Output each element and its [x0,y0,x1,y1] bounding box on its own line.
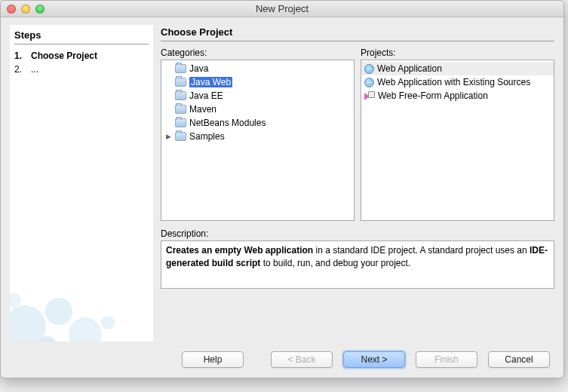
svg-point-5 [10,292,21,308]
folder-icon [175,64,186,73]
folder-icon [175,118,186,127]
panel-header: Choose Project [161,25,554,41]
titlebar: New Project [1,1,563,17]
categories-label: Categories: [161,47,355,58]
svg-point-1 [45,298,72,325]
globe-icon [364,64,374,74]
categories-column: Categories: Java Java Web [161,47,355,221]
button-bar: Help < Back Next > Finish Cancel [1,341,563,378]
dialog-body: Steps 1. Choose Project 2. ... [1,17,563,378]
svg-point-4 [101,316,115,329]
freeform-icon [364,91,375,100]
steps-header: Steps [14,28,149,44]
folder-icon [175,132,186,141]
step-pending: 2. ... [14,63,149,76]
window-controls [7,5,45,14]
help-button[interactable]: Help [182,351,244,368]
projects-label: Projects: [361,47,554,58]
category-samples[interactable]: ▶ Samples [161,130,354,143]
back-button[interactable]: < Back [271,351,333,368]
minimize-icon[interactable] [21,5,30,14]
folder-icon [175,105,186,114]
project-web-freeform[interactable]: Web Free-Form Application [361,89,554,103]
description-label: Description: [161,228,554,239]
step-label: Choose Project [31,51,97,61]
folder-icon [175,91,186,100]
description-text: Creates an empty Web application in a st… [161,240,554,289]
new-project-dialog: New Project Steps 1. Choose Project 2. .… [0,0,564,378]
expand-arrow-icon[interactable]: ▶ [164,133,172,140]
close-icon[interactable] [7,5,16,14]
next-button[interactable]: Next > [343,351,405,368]
globe-icon [364,78,374,87]
main-area: Steps 1. Choose Project 2. ... [1,17,563,341]
category-maven[interactable]: Maven [161,103,354,116]
project-web-application-existing[interactable]: Web Application with Existing Sources [361,75,554,89]
project-web-application[interactable]: Web Application [361,62,554,75]
choose-project-panel: Choose Project Categories: Java Java Web [161,25,554,341]
projects-list[interactable]: Web Application Web Application with Exi… [361,60,554,221]
step-choose-project: 1. Choose Project [14,49,149,63]
svg-point-2 [69,317,102,341]
folder-icon [175,78,186,87]
category-java-ee[interactable]: Java EE [161,89,354,103]
zoom-icon[interactable] [35,5,45,14]
svg-point-0 [10,305,46,341]
projects-column: Projects: Web Application Web Applicatio… [361,47,554,221]
steps-panel: Steps 1. Choose Project 2. ... [10,25,153,341]
selectors-row: Categories: Java Java Web [161,47,554,221]
category-java-web[interactable]: Java Web [161,75,354,89]
categories-list[interactable]: Java Java Web Java EE [161,60,355,221]
description-area: Description: Creates an empty Web applic… [161,228,554,289]
category-netbeans-modules[interactable]: NetBeans Modules [161,116,354,130]
window-title: New Project [1,3,563,14]
cancel-button[interactable]: Cancel [488,351,550,368]
steps-list: 1. Choose Project 2. ... [14,49,149,76]
finish-button[interactable]: Finish [416,351,477,368]
category-java[interactable]: Java [161,62,354,75]
svg-point-3 [38,336,57,341]
decorative-bubbles [10,251,153,341]
step-label: ... [31,64,38,75]
